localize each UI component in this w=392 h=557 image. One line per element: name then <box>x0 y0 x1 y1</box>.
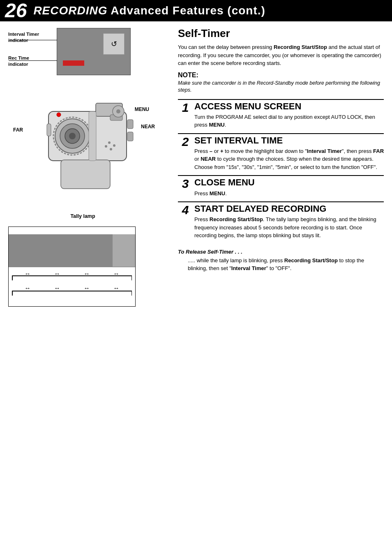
step-1-content: ACCESS MENU SCREEN Turn the PROGRAM AE s… <box>193 100 384 133</box>
step-2: 2 SET INTERVAL TIME Press – or + to move… <box>178 133 384 176</box>
svg-rect-16 <box>47 124 51 136</box>
svg-point-11 <box>57 113 61 117</box>
tally-lamp-label: Tally lamp <box>0 213 166 219</box>
header-title-italic: RECORDING <box>33 4 107 17</box>
svg-point-19 <box>116 109 120 113</box>
bracket-line-bottom <box>12 291 132 291</box>
step-3-number: 3 <box>182 178 189 190</box>
release-section: To Release Self-Timer . . . ..... while … <box>178 249 384 273</box>
indicator-box: ↺ <box>57 28 131 75</box>
indicator-inner-box: ↺ <box>103 33 125 55</box>
right-column: Self-Timer You can set the delay between… <box>171 21 392 312</box>
svg-point-4 <box>69 133 76 139</box>
step-3-number-col: 3 <box>178 176 193 201</box>
rec-time-line <box>9 60 57 61</box>
camcorder-image <box>24 87 147 207</box>
header-title-rest: Advanced Features (cont.) <box>108 4 265 17</box>
step-2-heading: SET INTERVAL TIME <box>194 136 384 146</box>
bracket-line-top <box>12 275 132 276</box>
content-area: Interval Timerindicator Rec Timeindicato… <box>0 21 392 312</box>
rec-time-bar <box>63 60 84 66</box>
interval-timer-line <box>9 40 57 40</box>
note-label: NOTE: <box>178 72 384 79</box>
step-4-heading: START DELAYED RECORDING <box>194 204 384 214</box>
step-2-text: Press – or + to move the highlight bar d… <box>194 147 384 171</box>
step-2-content: SET INTERVAL TIME Press – or + to move t… <box>193 134 384 176</box>
indicator-diagram: Interval Timerindicator Rec Timeindicato… <box>8 28 166 75</box>
far-label: FAR <box>13 127 23 133</box>
step-1-number-col: 1 <box>178 100 193 133</box>
page-number: 26 <box>5 1 27 21</box>
interval-timer-label: Interval Timerindicator <box>8 31 57 44</box>
svg-point-14 <box>113 144 115 147</box>
note-text: Make sure the camcorder is in the Record… <box>178 80 384 94</box>
step-4-number-col: 4 <box>178 202 193 244</box>
step-2-number: 2 <box>182 136 189 148</box>
svg-rect-17 <box>89 111 96 161</box>
bracket-left2 <box>12 291 13 296</box>
svg-point-15 <box>108 141 111 144</box>
step-3-heading: CLOSE MENU <box>194 178 384 187</box>
bracket-right1 <box>131 275 132 280</box>
header-title: RECORDING Advanced Features (cont.) <box>33 4 265 17</box>
step-1: 1 ACCESS MENU SCREEN Turn the PROGRAM AE… <box>178 99 384 133</box>
svg-rect-9 <box>127 120 133 129</box>
step-1-number: 1 <box>182 102 189 114</box>
section-title: Self-Timer <box>178 27 384 40</box>
tracking-inner-dark <box>9 234 113 267</box>
bracket-left1 <box>12 275 13 280</box>
svg-point-13 <box>110 148 112 150</box>
step-4-content: START DELAYED RECORDING Press Recording … <box>193 202 384 244</box>
rec-time-label: Rec Timeindicator <box>8 55 57 67</box>
page-header: 26 RECORDING Advanced Features (cont.) <box>0 0 392 21</box>
step-4-number: 4 <box>182 204 189 216</box>
step-3: 3 CLOSE MENU Press MENU. <box>178 175 384 201</box>
left-column: Interval Timerindicator Rec Timeindicato… <box>0 21 171 312</box>
step-4-text: Press Recording Start/Stop. The tally la… <box>194 215 384 240</box>
release-text: ..... while the tally lamp is blinking, … <box>178 257 384 273</box>
camcorder-diagram: FAR MENU NEAR <box>8 79 166 210</box>
svg-rect-5 <box>61 160 110 189</box>
self-timer-icon: ↺ <box>111 39 117 49</box>
release-title: To Release Self-Timer . . . <box>178 249 384 255</box>
svg-point-12 <box>105 145 107 148</box>
step-3-text: Press MENU. <box>194 190 384 198</box>
step-4: 4 START DELAYED RECORDING Press Recordin… <box>178 201 384 244</box>
tracking-diagram: ↔ ↔ ↔ ↔ ↔ ↔ ↔ ↔ <box>8 226 136 307</box>
svg-rect-10 <box>127 132 133 141</box>
step-3-content: CLOSE MENU Press MENU. <box>193 176 384 201</box>
step-1-text: Turn the PROGRAM AE select dial to any p… <box>194 113 384 129</box>
intro-paragraph: You can set the delay between pressing R… <box>178 43 384 67</box>
step-2-number-col: 2 <box>178 134 193 176</box>
note-box: NOTE: Make sure the camcorder is in the … <box>178 72 384 94</box>
bracket-right2 <box>131 291 132 296</box>
step-1-heading: ACCESS MENU SCREEN <box>194 102 384 111</box>
